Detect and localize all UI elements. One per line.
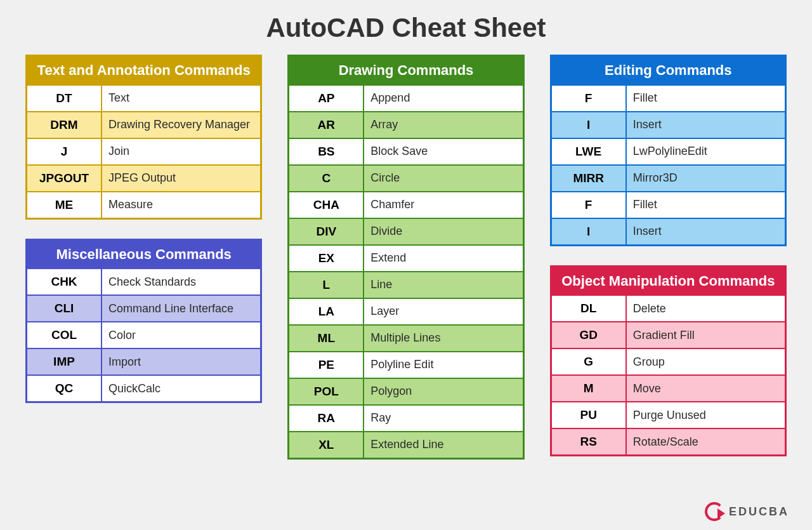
command-description: LwPolylineEdit [627, 139, 785, 164]
command-description: Line [364, 272, 522, 298]
page-title: AutoCAD Cheat Sheet [25, 13, 787, 43]
command-description: Purge Unused [627, 402, 785, 428]
column-left: Text and Annotation CommandsDTTextDRMDra… [25, 55, 262, 460]
section-misc: Miscellaneous CommandsCHKCheck Standards… [25, 239, 262, 404]
table-row: FFillet [552, 191, 785, 218]
command-shortcut: C [289, 166, 364, 191]
table-row: MLMultiple Lines [289, 324, 522, 351]
command-shortcut: CHK [27, 269, 102, 295]
table-row: COLColor [27, 321, 260, 348]
table-row: CLICommand Line Interface [27, 295, 260, 321]
command-description: Fillet [627, 192, 785, 218]
table-row: LWELwPolylineEdit [552, 138, 785, 164]
table-row: RARay [289, 404, 522, 431]
command-description: Array [364, 112, 522, 138]
command-description: Command Line Interface [102, 296, 260, 321]
command-description: Chamfer [364, 192, 522, 218]
command-shortcut: AP [289, 86, 364, 111]
table-row: GDGradient Fill [552, 321, 785, 348]
command-description: Gradient Fill [627, 322, 785, 348]
table-row: JPGOUTJPEG Output [27, 164, 260, 191]
command-description: Mirror3D [627, 166, 785, 191]
command-shortcut: G [552, 349, 627, 374]
command-description: Group [627, 349, 785, 374]
command-description: Polyline Edit [364, 352, 522, 378]
table-row: FFillet [552, 84, 785, 111]
table-row: MMove [552, 374, 785, 401]
command-shortcut: QC [27, 376, 102, 401]
table-row: GGroup [552, 348, 785, 374]
command-shortcut: MIRR [552, 166, 627, 191]
command-description: Insert [627, 219, 785, 244]
command-description: Move [627, 376, 785, 401]
command-description: Fillet [627, 86, 785, 111]
command-shortcut: I [552, 219, 627, 244]
command-shortcut: RA [289, 406, 364, 431]
command-shortcut: BS [289, 139, 364, 164]
table-row: EXExtend [289, 244, 522, 271]
table-row: APAppend [289, 84, 522, 111]
table-row: DRMDrawing Recovery Manager [27, 111, 260, 138]
table-row: CHKCheck Standards [27, 268, 260, 295]
table-row: MEMeasure [27, 191, 260, 218]
table-row: IInsert [552, 218, 785, 244]
table-row: QCQuickCalc [27, 374, 260, 401]
command-description: QuickCalc [102, 376, 260, 401]
play-circle-icon [705, 502, 724, 521]
command-description: Insert [627, 112, 785, 138]
command-shortcut: M [552, 376, 627, 401]
command-shortcut: DIV [289, 219, 364, 244]
command-description: Append [364, 86, 522, 111]
command-shortcut: LA [289, 299, 364, 324]
section-text-annotation: Text and Annotation CommandsDTTextDRMDra… [25, 55, 262, 220]
command-description: Rotate/Scale [627, 429, 785, 454]
column-middle: Drawing CommandsAPAppendARArrayBSBlock S… [287, 55, 524, 460]
table-row: CCircle [289, 164, 522, 191]
command-description: Delete [627, 296, 785, 321]
section-header: Text and Annotation Commands [27, 56, 260, 84]
command-description: Check Standards [102, 269, 260, 295]
command-shortcut: COL [27, 322, 102, 348]
command-shortcut: XL [289, 432, 364, 458]
command-shortcut: PE [289, 352, 364, 378]
command-shortcut: DT [27, 86, 102, 111]
command-description: Extend [364, 246, 522, 271]
table-row: JJoin [27, 138, 260, 164]
command-shortcut: ME [27, 192, 102, 218]
command-description: Import [102, 349, 260, 374]
command-shortcut: IMP [27, 349, 102, 374]
command-shortcut: DL [552, 296, 627, 321]
column-right: Editing CommandsFFilletIInsertLWELwPolyl… [550, 55, 787, 460]
command-shortcut: J [27, 139, 102, 164]
table-row: RSRotate/Scale [552, 428, 785, 454]
command-shortcut: JPGOUT [27, 166, 102, 191]
brand-text: EDUCBA [729, 505, 789, 519]
table-row: XLExtended Line [289, 431, 522, 458]
table-row: BSBlock Save [289, 138, 522, 164]
command-description: Circle [364, 166, 522, 191]
command-shortcut: CLI [27, 296, 102, 321]
brand-logo: EDUCBA [705, 502, 789, 521]
table-row: MIRRMirror3D [552, 164, 785, 191]
command-description: Ray [364, 406, 522, 431]
section-header: Editing Commands [552, 56, 785, 84]
table-row: PEPolyline Edit [289, 351, 522, 378]
table-row: ARArray [289, 111, 522, 138]
command-description: Text [102, 86, 260, 111]
command-description: Polygon [364, 379, 522, 404]
section-header: Miscellaneous Commands [27, 241, 260, 268]
section-object-manipulation: Object Manipulation CommandsDLDeleteGDGr… [550, 265, 787, 457]
table-row: CHAChamfer [289, 191, 522, 218]
table-row: LLine [289, 271, 522, 298]
section-header: Drawing Commands [289, 56, 522, 84]
command-shortcut: I [552, 112, 627, 138]
section-editing: Editing CommandsFFilletIInsertLWELwPolyl… [550, 55, 787, 246]
content-columns: Text and Annotation CommandsDTTextDRMDra… [25, 55, 787, 460]
command-description: Extended Line [364, 432, 522, 458]
table-row: DIVDivide [289, 218, 522, 244]
table-row: PUPurge Unused [552, 401, 785, 428]
command-description: Multiple Lines [364, 326, 522, 351]
command-shortcut: L [289, 272, 364, 298]
table-row: DTText [27, 84, 260, 111]
table-row: POLPolygon [289, 378, 522, 404]
